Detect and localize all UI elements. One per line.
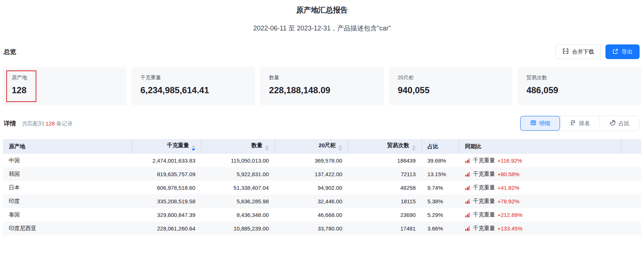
overview-heading: 总览 (4, 48, 16, 56)
match-count: 128 (46, 120, 55, 127)
cell-trade-count: 72113 (348, 167, 422, 181)
cell-origin: 印度 (3, 195, 132, 208)
stat-card-value: 6,234,985,614.41 (140, 85, 255, 95)
merge-cells-icon (562, 48, 569, 55)
view-tab-group: 明细排名占比 (520, 116, 640, 131)
cell-kg-weight: 606,978,518.60 (132, 181, 201, 195)
column-header-label: 原产地 (9, 143, 25, 149)
trend-bars-icon (465, 185, 470, 190)
cell-trade-count: 23690 (348, 208, 422, 222)
cell-share: 13.15% (422, 167, 459, 181)
cell-yoy: 千克重量+116.92% (459, 154, 621, 167)
match-suffix: 条记录 (56, 120, 73, 127)
cell-quantity: 10,885,239.00 (201, 222, 275, 235)
cell-origin: 印度尼西亚 (3, 222, 132, 235)
stat-card-value: 940,055 (398, 85, 512, 95)
cell-teu: 369,578.00 (275, 154, 348, 167)
detail-bar: 详情 共匹配到128条记录 明细排名占比 (0, 116, 644, 131)
match-prefix: 共匹配到 (22, 120, 44, 127)
overview-cards: 原产地128千克重量6,234,985,614.41数量228,188,148.… (0, 67, 644, 105)
table-row: 泰国329,600,847.398,436,348.0046,668.00236… (3, 208, 641, 222)
page-subtitle: 2022-06-11 至 2023-12-31，产品描述包含"car" (0, 24, 644, 33)
yoy-value: +116.92% (498, 157, 522, 164)
tab-label: 排名 (579, 120, 590, 127)
cell-origin: 韩国 (3, 167, 132, 181)
cell-trade-count: 188439 (348, 154, 422, 167)
stat-card: 原产地128 (3, 67, 126, 105)
cell-origin: 泰国 (3, 208, 132, 222)
cell-spacer (621, 181, 641, 195)
trend-bars-icon (465, 212, 470, 218)
sort-carets-icon[interactable] (192, 145, 195, 151)
table-row: 中国2,474,001,633.83115,050,013.00369,578.… (3, 154, 641, 167)
column-header-label: 数量 (252, 142, 263, 148)
stat-card-value: 128 (12, 85, 126, 95)
cell-yoy: 千克重量+41.82% (459, 181, 621, 195)
yoy-metric-label: 千克重量 (473, 157, 495, 164)
export-button[interactable]: 导出 (605, 44, 640, 59)
cell-quantity: 5,922,831.00 (201, 167, 275, 181)
yoy-metric-label: 千克重量 (473, 184, 495, 191)
detail-table: 原产地千克重量数量20尺柜贸易次数占比同期比 中国2,474,001,633.8… (3, 139, 641, 235)
yoy-value: +78.92% (498, 198, 520, 204)
sort-carets-icon[interactable] (339, 145, 342, 151)
tab-detail[interactable]: 明细 (520, 116, 560, 131)
yoy-metric-label: 千克重量 (473, 225, 495, 232)
ranking-icon (570, 120, 576, 127)
cell-kg-weight: 2,474,001,633.83 (132, 154, 201, 167)
cell-teu: 137,422.00 (275, 167, 348, 181)
tab-share[interactable]: 占比 (600, 116, 639, 131)
table-row: 印度尼西亚228,061,260.6410,885,239.0033,780.0… (3, 222, 641, 235)
cell-trade-count: 48258 (348, 181, 422, 195)
table-row: 韩国819,635,757.095,922,831.00137,422.0072… (3, 167, 641, 181)
sort-carets-icon[interactable] (412, 145, 416, 151)
yoy-metric-label: 千克重量 (473, 171, 495, 178)
cell-quantity: 51,338,407.04 (201, 181, 275, 195)
column-header-label: 千克重量 (167, 142, 189, 148)
cell-yoy: 千克重量+133.45% (459, 222, 621, 235)
cell-kg-weight: 228,061,260.64 (132, 222, 201, 235)
stat-card: 千克重量6,234,985,614.41 (131, 67, 255, 105)
column-header-同期比: 同期比 (459, 139, 621, 154)
cell-kg-weight: 329,600,847.39 (132, 208, 201, 222)
column-header-label: 占比 (428, 143, 439, 149)
cell-share: 5.38% (422, 195, 459, 208)
column-header-label: 20尺柜 (319, 142, 336, 148)
cell-teu: 33,780.00 (275, 222, 348, 235)
stat-card: 贸易次数486,059 (518, 67, 641, 105)
trend-bars-icon (465, 199, 470, 204)
column-header-20尺柜[interactable]: 20尺柜 (275, 139, 348, 154)
cell-spacer (621, 167, 641, 181)
column-header-贸易次数[interactable]: 贸易次数 (348, 139, 422, 154)
tab-ranking[interactable]: 排名 (560, 116, 600, 131)
cell-quantity: 5,636,285.98 (201, 195, 275, 208)
merge-download-button[interactable]: 合并下载 (556, 44, 601, 59)
yoy-metric-label: 千克重量 (473, 198, 495, 205)
tab-label: 明细 (539, 120, 550, 127)
detail-heading: 详情 (4, 119, 16, 128)
cell-share: 5.29% (422, 208, 459, 222)
export-icon (612, 48, 618, 55)
yoy-value: +41.82% (498, 185, 520, 191)
pie-icon (609, 120, 616, 127)
column-header-数量[interactable]: 数量 (201, 139, 275, 154)
table-body: 中国2,474,001,633.83115,050,013.00369,578.… (3, 154, 641, 235)
stat-card: 数量228,188,148.09 (260, 67, 384, 105)
cell-teu: 46,668.00 (275, 208, 348, 222)
column-header-千克重量[interactable]: 千克重量 (132, 139, 201, 154)
sort-carets-icon[interactable] (265, 145, 269, 151)
match-summary: 共匹配到128条记录 (22, 120, 73, 127)
cell-spacer (621, 222, 641, 235)
cell-teu: 32,446.00 (275, 195, 348, 208)
yoy-metric-label: 千克重量 (473, 211, 495, 218)
merge-download-label: 合并下载 (572, 48, 594, 55)
cell-origin: 日本 (3, 181, 132, 195)
trend-bars-icon (465, 158, 470, 163)
table-row: 日本606,978,518.6051,338,407.0494,902.0048… (3, 181, 641, 195)
trend-bars-icon (465, 171, 470, 177)
cell-yoy: 千克重量+80.58% (459, 167, 621, 181)
yoy-value: +212.89% (498, 212, 522, 218)
column-header-spacer (621, 139, 641, 154)
stat-card-value: 228,188,148.09 (269, 85, 384, 95)
stat-card-label: 原产地 (12, 75, 126, 81)
